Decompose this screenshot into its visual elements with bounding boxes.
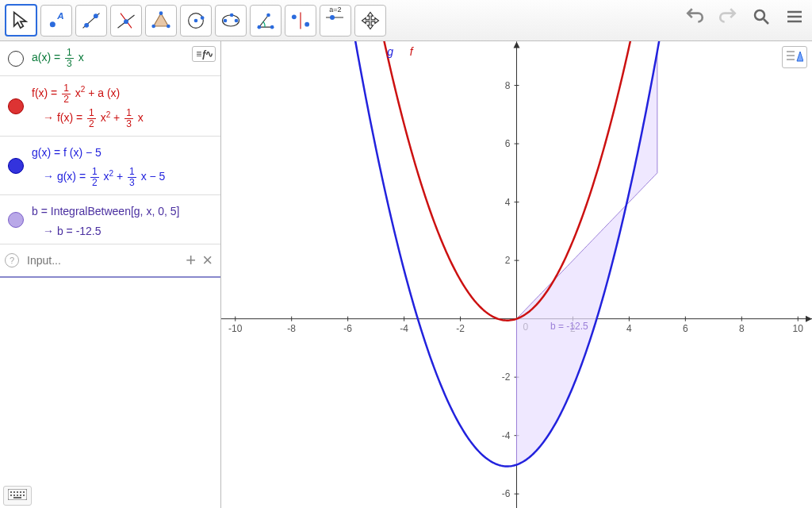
slider-text: a=2 [329, 6, 341, 13]
svg-point-15 [224, 18, 228, 22]
algebra-panel: ≡ƒ∿ a(x) = 13 x f(x) = 12 x2 + a (x) → f… [0, 41, 221, 508]
svg-point-9 [167, 24, 170, 28]
undo-button[interactable] [684, 6, 706, 28]
svg-point-7 [124, 19, 128, 24]
svg-point-23 [304, 21, 309, 26]
keyboard-icon [8, 489, 27, 500]
tool-point[interactable]: A [40, 5, 72, 37]
svg-rect-42 [13, 497, 21, 498]
svg-text:4: 4 [505, 197, 511, 208]
svg-line-27 [764, 19, 768, 24]
svg-text:-4: -4 [400, 323, 408, 334]
svg-rect-36 [23, 491, 25, 493]
svg-text:6: 6 [683, 323, 688, 334]
svg-marker-83 [517, 52, 657, 465]
tool-move-view[interactable] [354, 5, 386, 37]
tool-angle[interactable] [250, 5, 282, 37]
visibility-toggle-f[interactable] [8, 98, 24, 114]
svg-rect-41 [23, 495, 25, 496]
svg-point-10 [151, 24, 155, 28]
svg-text:-10: -10 [228, 323, 243, 334]
svg-point-19 [270, 25, 274, 29]
plot-canvas[interactable]: -10-8-6-4-22468100-6-4-22468gfb = -12.5 [221, 41, 812, 508]
tool-line[interactable] [75, 5, 107, 37]
tool-perpendicular[interactable] [110, 5, 142, 37]
tool-polygon[interactable] [145, 5, 177, 37]
keyboard-button[interactable] [3, 486, 32, 506]
visibility-toggle-b[interactable] [8, 212, 24, 228]
algebra-row-g[interactable]: g(x) = f (x) − 5 → g(x) = 12 x2 + 13 x −… [0, 137, 220, 195]
clear-button[interactable]: × [199, 250, 216, 271]
redo-button[interactable] [717, 6, 739, 28]
svg-point-22 [292, 14, 297, 19]
svg-point-17 [230, 13, 234, 17]
svg-text:-4: -4 [502, 430, 511, 441]
svg-text:8: 8 [505, 80, 511, 91]
svg-text:g: g [387, 45, 393, 58]
svg-point-20 [266, 13, 270, 17]
style-icon [786, 48, 803, 63]
tool-move[interactable] [5, 4, 37, 37]
svg-text:-8: -8 [287, 323, 296, 334]
svg-text:f: f [410, 45, 415, 58]
svg-text:4: 4 [626, 323, 632, 334]
svg-rect-40 [20, 495, 21, 496]
svg-text:-2: -2 [456, 323, 465, 334]
svg-rect-34 [17, 491, 18, 493]
graphics-style-button[interactable] [782, 46, 807, 68]
svg-text:-2: -2 [502, 371, 511, 383]
add-button[interactable]: + [182, 250, 199, 271]
svg-rect-38 [13, 495, 15, 496]
svg-point-16 [235, 18, 239, 22]
svg-text:-6: -6 [502, 488, 511, 499]
graphics-view[interactable]: -10-8-6-4-22468100-6-4-22468gfb = -12.5 [221, 41, 812, 508]
input-row: ? + × [0, 244, 220, 278]
visibility-toggle-g[interactable] [8, 158, 24, 174]
visibility-toggle-a[interactable] [8, 51, 24, 67]
tool-reflect[interactable] [285, 5, 316, 37]
svg-rect-33 [13, 491, 15, 493]
svg-rect-37 [10, 495, 12, 496]
toolbar: A a=2 [0, 0, 812, 41]
a-lhs: a(x) = [32, 51, 63, 64]
svg-text:-6: -6 [343, 323, 352, 334]
menu-button[interactable] [783, 6, 806, 28]
algebra-row-f[interactable]: f(x) = 12 x2 + a (x) → f(x) = 12 x2 + 13… [0, 76, 220, 137]
svg-point-18 [258, 25, 262, 29]
svg-text:b = -12.5: b = -12.5 [550, 321, 588, 332]
svg-text:A: A [56, 10, 63, 20]
svg-point-8 [159, 11, 163, 15]
svg-point-13 [201, 16, 205, 20]
help-icon[interactable]: ? [5, 253, 19, 267]
tool-slider[interactable]: a=2 [320, 5, 351, 37]
tool-ellipse[interactable] [215, 5, 247, 37]
svg-point-3 [84, 22, 89, 27]
svg-rect-32 [10, 491, 12, 493]
algebra-row-a[interactable]: a(x) = 13 x [0, 41, 220, 76]
tool-circle[interactable] [180, 5, 212, 37]
svg-text:2: 2 [505, 255, 511, 266]
svg-text:6: 6 [505, 138, 511, 149]
svg-rect-39 [17, 495, 18, 496]
svg-point-12 [194, 18, 198, 22]
svg-rect-35 [20, 491, 21, 493]
search-button[interactable] [750, 6, 772, 28]
svg-text:10: 10 [793, 323, 804, 334]
svg-point-1 [50, 21, 56, 27]
svg-point-4 [94, 13, 98, 18]
svg-text:8: 8 [739, 323, 745, 334]
svg-point-26 [755, 10, 764, 20]
algebra-input[interactable] [25, 253, 182, 267]
svg-point-25 [330, 15, 335, 20]
algebra-row-b[interactable]: b = IntegralBetween[g, x, 0, 5] → b = -1… [0, 195, 220, 244]
